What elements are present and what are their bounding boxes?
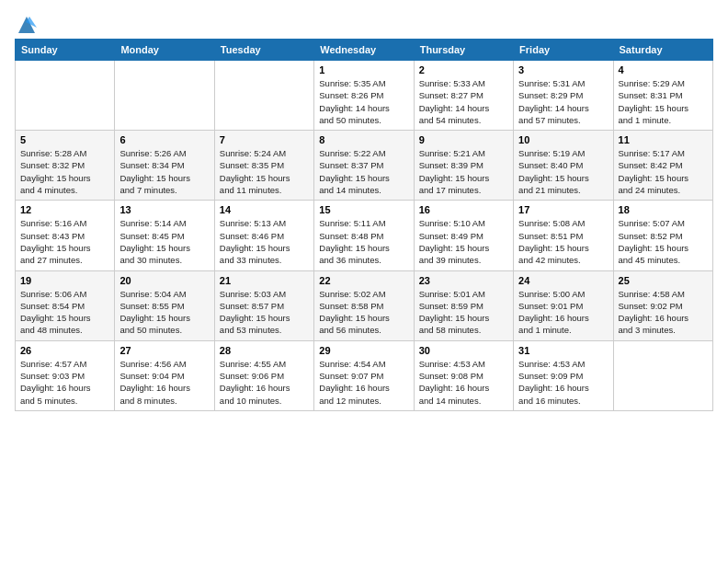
day-info: Sunrise: 4:56 AMSunset: 9:04 PMDaylight:… xyxy=(119,358,209,407)
day-info: Sunrise: 5:31 AMSunset: 8:29 PMDaylight:… xyxy=(518,77,608,126)
day-number: 5 xyxy=(20,134,109,145)
day-number: 4 xyxy=(619,64,708,75)
day-number: 31 xyxy=(518,345,608,356)
day-number: 1 xyxy=(319,64,408,75)
header-friday: Friday xyxy=(514,40,613,61)
calendar-cell: 7Sunrise: 5:24 AMSunset: 8:35 PMDaylight… xyxy=(214,131,313,201)
day-number: 12 xyxy=(20,204,109,215)
calendar-cell: 30Sunrise: 4:53 AMSunset: 9:08 PMDayligh… xyxy=(414,340,513,410)
page-header xyxy=(15,15,713,31)
logo xyxy=(15,15,37,31)
calendar-header-row: SundayMondayTuesdayWednesdayThursdayFrid… xyxy=(16,40,713,61)
day-info: Sunrise: 5:24 AMSunset: 8:35 PMDaylight:… xyxy=(220,147,309,196)
calendar-cell: 4Sunrise: 5:29 AMSunset: 8:31 PMDaylight… xyxy=(613,61,712,131)
calendar-cell: 9Sunrise: 5:21 AMSunset: 8:39 PMDaylight… xyxy=(414,131,513,201)
calendar-cell: 16Sunrise: 5:10 AMSunset: 8:49 PMDayligh… xyxy=(414,201,513,270)
calendar-cell xyxy=(214,61,313,131)
day-number: 23 xyxy=(419,275,508,286)
calendar-cell: 3Sunrise: 5:31 AMSunset: 8:29 PMDaylight… xyxy=(514,61,613,131)
day-number: 30 xyxy=(419,345,508,356)
day-number: 10 xyxy=(518,134,608,145)
day-info: Sunrise: 5:14 AMSunset: 8:45 PMDaylight:… xyxy=(119,217,209,266)
calendar-cell: 19Sunrise: 5:06 AMSunset: 8:54 PMDayligh… xyxy=(16,270,115,340)
calendar-cell: 20Sunrise: 5:04 AMSunset: 8:55 PMDayligh… xyxy=(115,270,214,340)
header-tuesday: Tuesday xyxy=(214,40,313,61)
calendar-cell: 1Sunrise: 5:35 AMSunset: 8:26 PMDaylight… xyxy=(314,61,414,131)
day-info: Sunrise: 5:33 AMSunset: 8:27 PMDaylight:… xyxy=(419,77,508,126)
day-number: 29 xyxy=(319,345,408,356)
day-info: Sunrise: 5:08 AMSunset: 8:51 PMDaylight:… xyxy=(518,217,608,266)
day-number: 28 xyxy=(220,345,309,356)
calendar-cell: 23Sunrise: 5:01 AMSunset: 8:59 PMDayligh… xyxy=(414,270,513,340)
calendar-cell: 26Sunrise: 4:57 AMSunset: 9:03 PMDayligh… xyxy=(16,340,115,410)
calendar-cell: 13Sunrise: 5:14 AMSunset: 8:45 PMDayligh… xyxy=(115,201,214,270)
day-number: 26 xyxy=(20,345,109,356)
calendar-cell: 6Sunrise: 5:26 AMSunset: 8:34 PMDaylight… xyxy=(115,131,214,201)
calendar-cell: 27Sunrise: 4:56 AMSunset: 9:04 PMDayligh… xyxy=(115,340,214,410)
day-info: Sunrise: 5:22 AMSunset: 8:37 PMDaylight:… xyxy=(319,147,408,196)
calendar-cell: 18Sunrise: 5:07 AMSunset: 8:52 PMDayligh… xyxy=(613,201,712,270)
calendar-week-row: 12Sunrise: 5:16 AMSunset: 8:43 PMDayligh… xyxy=(16,201,713,270)
day-info: Sunrise: 5:21 AMSunset: 8:39 PMDaylight:… xyxy=(419,147,508,196)
day-info: Sunrise: 5:01 AMSunset: 8:59 PMDaylight:… xyxy=(419,288,508,337)
calendar-cell: 2Sunrise: 5:33 AMSunset: 8:27 PMDaylight… xyxy=(414,61,513,131)
calendar-cell: 14Sunrise: 5:13 AMSunset: 8:46 PMDayligh… xyxy=(214,201,313,270)
day-number: 18 xyxy=(619,204,708,215)
day-info: Sunrise: 4:53 AMSunset: 9:08 PMDaylight:… xyxy=(419,358,508,407)
day-info: Sunrise: 4:58 AMSunset: 9:02 PMDaylight:… xyxy=(619,288,708,337)
day-number: 22 xyxy=(319,275,408,286)
calendar-cell: 24Sunrise: 5:00 AMSunset: 9:01 PMDayligh… xyxy=(514,270,613,340)
header-monday: Monday xyxy=(115,40,214,61)
day-info: Sunrise: 5:10 AMSunset: 8:49 PMDaylight:… xyxy=(419,217,508,266)
calendar-week-row: 26Sunrise: 4:57 AMSunset: 9:03 PMDayligh… xyxy=(16,340,713,410)
day-info: Sunrise: 5:17 AMSunset: 8:42 PMDaylight:… xyxy=(619,147,708,196)
day-info: Sunrise: 5:03 AMSunset: 8:57 PMDaylight:… xyxy=(220,288,309,337)
calendar-table: SundayMondayTuesdayWednesdayThursdayFrid… xyxy=(15,39,713,411)
calendar-cell: 28Sunrise: 4:55 AMSunset: 9:06 PMDayligh… xyxy=(214,340,313,410)
day-number: 11 xyxy=(619,134,708,145)
day-info: Sunrise: 5:06 AMSunset: 8:54 PMDaylight:… xyxy=(20,288,109,337)
header-thursday: Thursday xyxy=(414,40,513,61)
day-info: Sunrise: 5:00 AMSunset: 9:01 PMDaylight:… xyxy=(518,288,608,337)
calendar-cell xyxy=(16,61,115,131)
day-info: Sunrise: 5:26 AMSunset: 8:34 PMDaylight:… xyxy=(119,147,209,196)
calendar-cell: 11Sunrise: 5:17 AMSunset: 8:42 PMDayligh… xyxy=(613,131,712,201)
day-info: Sunrise: 4:55 AMSunset: 9:06 PMDaylight:… xyxy=(220,358,309,407)
day-info: Sunrise: 4:53 AMSunset: 9:09 PMDaylight:… xyxy=(518,358,608,407)
calendar-cell: 10Sunrise: 5:19 AMSunset: 8:40 PMDayligh… xyxy=(514,131,613,201)
day-info: Sunrise: 5:35 AMSunset: 8:26 PMDaylight:… xyxy=(319,77,408,126)
day-number: 24 xyxy=(518,275,608,286)
calendar-cell: 31Sunrise: 4:53 AMSunset: 9:09 PMDayligh… xyxy=(514,340,613,410)
day-number: 17 xyxy=(518,204,608,215)
day-info: Sunrise: 5:04 AMSunset: 8:55 PMDaylight:… xyxy=(119,288,209,337)
calendar-cell: 21Sunrise: 5:03 AMSunset: 8:57 PMDayligh… xyxy=(214,270,313,340)
logo-icon xyxy=(17,15,37,35)
calendar-week-row: 19Sunrise: 5:06 AMSunset: 8:54 PMDayligh… xyxy=(16,270,713,340)
calendar-cell: 15Sunrise: 5:11 AMSunset: 8:48 PMDayligh… xyxy=(314,201,414,270)
calendar-cell xyxy=(115,61,214,131)
day-info: Sunrise: 5:16 AMSunset: 8:43 PMDaylight:… xyxy=(20,217,109,266)
calendar-cell: 8Sunrise: 5:22 AMSunset: 8:37 PMDaylight… xyxy=(314,131,414,201)
day-number: 14 xyxy=(220,204,309,215)
day-number: 20 xyxy=(119,275,209,286)
day-number: 9 xyxy=(419,134,508,145)
day-number: 6 xyxy=(119,134,209,145)
day-info: Sunrise: 5:02 AMSunset: 8:58 PMDaylight:… xyxy=(319,288,408,337)
day-info: Sunrise: 4:54 AMSunset: 9:07 PMDaylight:… xyxy=(319,358,408,407)
header-sunday: Sunday xyxy=(16,40,115,61)
day-number: 25 xyxy=(619,275,708,286)
calendar-week-row: 1Sunrise: 5:35 AMSunset: 8:26 PMDaylight… xyxy=(16,61,713,131)
day-number: 19 xyxy=(20,275,109,286)
day-number: 8 xyxy=(319,134,408,145)
header-saturday: Saturday xyxy=(613,40,712,61)
day-info: Sunrise: 5:28 AMSunset: 8:32 PMDaylight:… xyxy=(20,147,109,196)
calendar-cell: 5Sunrise: 5:28 AMSunset: 8:32 PMDaylight… xyxy=(16,131,115,201)
day-info: Sunrise: 5:11 AMSunset: 8:48 PMDaylight:… xyxy=(319,217,408,266)
day-number: 13 xyxy=(119,204,209,215)
header-wednesday: Wednesday xyxy=(314,40,414,61)
day-number: 21 xyxy=(220,275,309,286)
calendar-cell: 12Sunrise: 5:16 AMSunset: 8:43 PMDayligh… xyxy=(16,201,115,270)
day-number: 3 xyxy=(518,64,608,75)
calendar-cell: 29Sunrise: 4:54 AMSunset: 9:07 PMDayligh… xyxy=(314,340,414,410)
calendar-cell: 17Sunrise: 5:08 AMSunset: 8:51 PMDayligh… xyxy=(514,201,613,270)
